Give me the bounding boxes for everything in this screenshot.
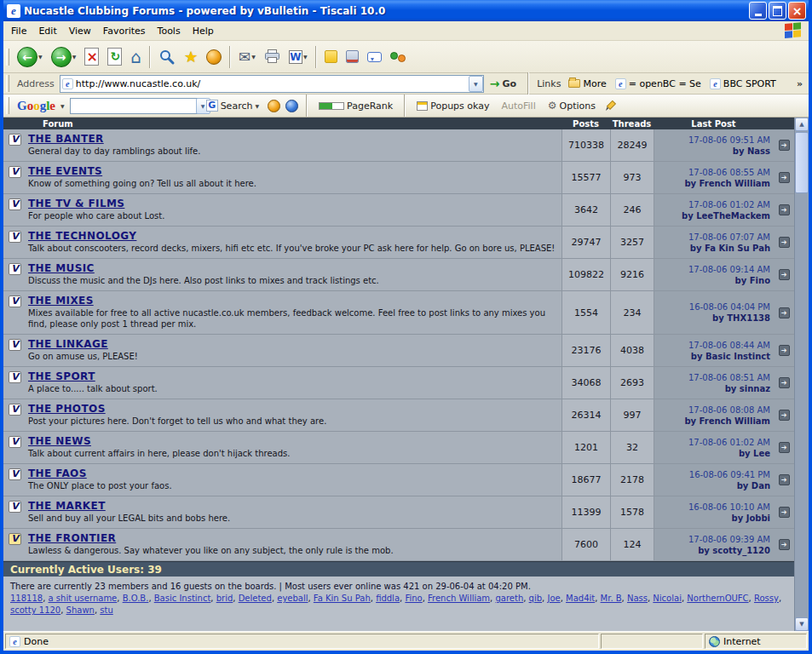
active-user-link[interactable]: stu [100, 605, 112, 615]
menu-view[interactable]: View [63, 23, 97, 39]
go-to-last-post-icon[interactable]: ➔ [779, 539, 790, 550]
menu-favorites[interactable]: Favorites [97, 23, 152, 39]
go-to-last-post-icon[interactable]: ➔ [779, 507, 790, 518]
forward-button[interactable]: → ▼ [48, 43, 80, 71]
address-box[interactable]: e ▼ [60, 75, 484, 93]
favorites-button[interactable]: ★ [181, 43, 201, 71]
forward-dropdown-icon[interactable]: ▼ [72, 54, 77, 60]
active-user-link[interactable]: Rossy [754, 594, 779, 603]
active-user-link[interactable]: 118118 [10, 594, 43, 603]
go-to-last-post-icon[interactable]: ➔ [779, 307, 790, 318]
active-user-link[interactable]: brid [216, 594, 233, 603]
address-dropdown-button[interactable]: ▼ [469, 76, 483, 92]
highlighter-pen-icon[interactable] [604, 100, 616, 112]
active-user-link[interactable]: French William [428, 594, 490, 603]
refresh-button[interactable]: ↻ [104, 43, 125, 71]
googlebar-grip[interactable] [6, 97, 9, 114]
active-user-link[interactable]: B.O.B. [123, 594, 149, 603]
active-user-link[interactable]: Deleted [239, 594, 272, 603]
links-bbc-sport[interactable]: e BBC SPORT [707, 78, 779, 89]
forum-link[interactable]: THE MARKET [28, 500, 106, 512]
active-user-link[interactable]: Mad4it [566, 594, 595, 603]
back-dropdown-icon[interactable]: ▼ [38, 54, 43, 60]
go-to-last-post-icon[interactable]: ➔ [779, 410, 790, 421]
search-button[interactable] [155, 43, 179, 71]
forum-link[interactable]: THE MUSIC [28, 262, 95, 274]
active-user-link[interactable]: Mr. B [601, 594, 622, 603]
active-user-link[interactable]: Shawn [66, 605, 95, 615]
history-button[interactable] [203, 43, 225, 71]
go-to-last-post-icon[interactable]: ➔ [779, 474, 790, 485]
active-user-link[interactable]: a shit username [49, 594, 118, 603]
toolbar-grip[interactable] [6, 49, 9, 66]
scrollbar-track[interactable] [795, 194, 809, 617]
go-button[interactable]: → Go [487, 76, 521, 91]
active-user-link[interactable]: NorthernOUFC [687, 594, 748, 603]
organizer-button[interactable] [343, 43, 362, 71]
links-overflow-chevron[interactable]: » [794, 78, 805, 89]
active-user-link[interactable]: gareth [495, 594, 523, 603]
active-user-link[interactable]: qib [529, 594, 542, 603]
options-button[interactable]: ⚙ Options [544, 100, 599, 112]
active-user-link[interactable]: eyeball [277, 594, 308, 603]
go-to-last-post-icon[interactable]: ➔ [779, 345, 790, 356]
active-user-link[interactable]: fiddla [376, 594, 400, 603]
messenger-button[interactable] [387, 43, 409, 71]
google-search-button[interactable]: G Search ▼ [203, 99, 262, 112]
active-user-link[interactable]: Nass [627, 594, 648, 603]
orange-circle-icon[interactable] [268, 100, 280, 112]
go-to-last-post-icon[interactable]: ➔ [779, 269, 790, 280]
google-logo-dropdown-icon[interactable]: ▼ [60, 103, 65, 109]
addressbar-grip[interactable] [6, 75, 9, 92]
active-user-link[interactable]: scotty 1120 [10, 605, 60, 615]
active-user-link[interactable]: Nicolai [653, 594, 682, 603]
popup-blocker-button[interactable]: Popups okay [413, 100, 492, 112]
stop-button[interactable]: × [81, 43, 102, 71]
active-user-link[interactable]: Basic Instinct [154, 594, 211, 603]
discuss-button[interactable] [364, 43, 385, 71]
mail-dropdown-icon[interactable]: ▼ [251, 54, 256, 60]
menu-file[interactable]: File [5, 23, 32, 39]
menu-edit[interactable]: Edit [32, 23, 62, 39]
active-user-link[interactable]: Joe [547, 594, 560, 603]
address-input[interactable] [76, 77, 466, 91]
google-search-button-dropdown[interactable]: ▼ [255, 103, 259, 109]
edit-dropdown-icon[interactable]: ▼ [303, 54, 308, 60]
notes-button[interactable] [321, 43, 341, 71]
google-search-input[interactable] [71, 100, 196, 112]
edit-with-word-button[interactable]: W ▼ [285, 43, 311, 71]
forum-link[interactable]: THE MIXES [28, 295, 94, 307]
menu-tools[interactable]: Tools [152, 23, 187, 39]
forum-link[interactable]: THE LINKAGE [28, 338, 108, 350]
blue-circle-icon[interactable] [285, 100, 298, 112]
go-to-last-post-icon[interactable]: ➔ [779, 172, 790, 183]
print-button[interactable] [261, 43, 284, 71]
pagerank-indicator[interactable]: PageRank [315, 100, 396, 112]
go-to-last-post-icon[interactable]: ➔ [779, 377, 790, 388]
go-to-last-post-icon[interactable]: ➔ [779, 204, 790, 215]
links-openbc[interactable]: e = openBC = Se [613, 78, 704, 89]
google-search-box[interactable]: ▼ [70, 98, 198, 114]
go-to-last-post-icon[interactable]: ➔ [779, 140, 790, 151]
go-to-last-post-icon[interactable]: ➔ [779, 442, 790, 453]
google-logo[interactable]: Google [17, 99, 55, 113]
forum-link[interactable]: THE PHOTOS [28, 403, 106, 415]
scrollbar-up-button[interactable]: ▲ [795, 118, 809, 131]
go-to-last-post-icon[interactable]: ➔ [779, 237, 790, 248]
forum-link[interactable]: THE SPORT [28, 370, 95, 382]
forum-link[interactable]: THE FAOS [28, 468, 87, 479]
autofill-button[interactable]: AutoFill [498, 100, 538, 112]
forum-link[interactable]: THE TV & FILMS [28, 198, 124, 209]
active-user-link[interactable]: Fa Kin Su Pah [314, 594, 371, 603]
home-button[interactable]: ⌂ [127, 43, 145, 71]
vertical-scrollbar[interactable]: ▲ ▼ [794, 118, 809, 631]
back-button[interactable]: ← ▼ [14, 43, 46, 71]
mail-button[interactable]: ✉ ▼ [235, 43, 259, 71]
window-titlebar[interactable]: e Nucastle Clubbing Forums - powered by … [3, 0, 809, 21]
active-user-link[interactable]: Fino [405, 594, 422, 603]
restore-button[interactable] [769, 2, 786, 20]
forum-link[interactable]: THE EVENTS [28, 165, 102, 177]
forum-link[interactable]: THE TECHNOLOGY [28, 230, 136, 242]
forum-link[interactable]: THE FRONTIER [28, 532, 116, 544]
links-more[interactable]: More [566, 78, 608, 89]
